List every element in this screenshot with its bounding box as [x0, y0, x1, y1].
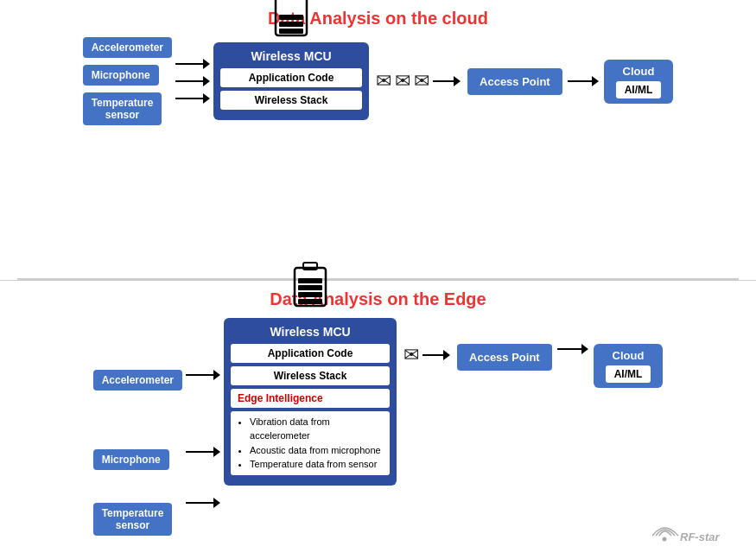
top-arrow-2 — [175, 76, 210, 86]
top-sensor-arrows — [175, 59, 210, 104]
top-wireless-stack: Wireless Stack — [220, 91, 362, 110]
svg-rect-4 — [279, 15, 303, 20]
top-section: Data Analysis on the cloud Accelerometer… — [0, 0, 756, 278]
svg-text:RF-star: RF-star — [680, 530, 720, 543]
envelope-2: ✉ — [395, 70, 410, 92]
bottom-envelope: ✉ — [403, 344, 419, 366]
top-mcu-box: Wireless MCU Application Code Wireless S… — [213, 42, 369, 120]
bottom-edge-list: Vibration data from accelerometer Acoust… — [231, 411, 390, 475]
bottom-section: Data Analysis on the Edge Accelerometer … — [0, 280, 756, 559]
bottom-title: Data Analysis on the Edge — [17, 289, 739, 309]
bottom-envelope-group: ✉ — [403, 344, 450, 366]
top-sensor-row-1: Accelerometer — [83, 37, 172, 58]
main-container: Data Analysis on the cloud Accelerometer… — [0, 0, 756, 559]
svg-rect-3 — [279, 22, 303, 27]
bottom-cloud-label: Cloud — [606, 349, 651, 362]
bottom-sensor-row-2: Microphone — [93, 449, 182, 470]
svg-rect-9 — [298, 285, 322, 290]
bottom-wireless-stack: Wireless Stack — [231, 366, 390, 385]
bottom-cloud-sub: AI/ML — [606, 365, 651, 383]
bottom-sensor-row-1: Accelerometer — [93, 370, 182, 391]
top-app-code: Application Code — [220, 68, 362, 87]
bottom-accelerometer: Accelerometer — [93, 370, 182, 391]
bottom-ap-line — [557, 348, 581, 350]
svg-rect-2 — [279, 29, 303, 34]
top-title: Data Analysis on the cloud — [17, 9, 739, 29]
svg-point-11 — [663, 537, 667, 542]
bottom-battery-icon — [291, 259, 329, 310]
top-cloud-label: Cloud — [616, 65, 662, 78]
top-cloud: Cloud AI/ML — [604, 60, 674, 104]
bottom-mcu-wrapper: Wireless MCU Application Code Wireless S… — [224, 318, 397, 486]
top-ap-arrowhead — [592, 76, 599, 86]
top-temperature: Temperature sensor — [83, 92, 162, 125]
bottom-edge-item-0: Vibration data from accelerometer — [250, 415, 383, 443]
top-microphone: Microphone — [83, 65, 159, 86]
bottom-arrow-2 — [186, 447, 220, 457]
svg-rect-10 — [298, 278, 322, 283]
bottom-edge-item-2: Temperature data from sensor — [250, 457, 383, 472]
svg-rect-7 — [298, 299, 322, 304]
top-ap-cloud-arrow — [568, 76, 599, 86]
top-env-line — [433, 80, 454, 82]
top-envelope-group: ✉ ✉ ✉ — [376, 70, 461, 92]
top-access-point: Access Point — [467, 68, 562, 95]
top-env-arrow — [454, 76, 461, 86]
top-sensor-row-2: Microphone — [83, 65, 172, 86]
bottom-diagram: Accelerometer Microphone Temperature sen… — [17, 318, 739, 536]
bottom-arrow-1 — [186, 370, 220, 380]
svg-rect-8 — [298, 292, 322, 297]
bottom-edge-item-1: Acoustic data from microphone — [250, 443, 383, 458]
top-cloud-sub: AI/ML — [616, 81, 662, 98]
bottom-env-line — [422, 354, 443, 356]
bottom-env-arrow — [443, 350, 450, 360]
bottom-ap-arrowhead — [581, 344, 588, 354]
top-mcu-title: Wireless MCU — [220, 49, 362, 63]
bottom-access-point: Access Point — [457, 344, 552, 371]
bottom-cloud: Cloud AI/ML — [594, 344, 664, 388]
top-arrow-1 — [175, 59, 210, 69]
envelope-1: ✉ — [376, 70, 391, 92]
bottom-microphone: Microphone — [93, 449, 169, 470]
top-sensor-row-3: Temperature sensor — [83, 92, 172, 125]
bottom-app-code: Application Code — [231, 344, 390, 363]
rfstar-logo: RF-star — [652, 522, 739, 552]
top-ap-line — [568, 80, 592, 82]
bottom-arrow-3 — [186, 498, 220, 508]
top-arrow-3 — [175, 93, 210, 104]
bottom-mcu-title: Wireless MCU — [231, 325, 390, 339]
top-accelerometer: Accelerometer — [83, 37, 172, 58]
bottom-sensors-col: Accelerometer Microphone Temperature sen… — [93, 370, 182, 536]
top-diagram: Accelerometer Microphone Temperature sen… — [17, 37, 739, 125]
bottom-sensor-row-3: Temperature sensor — [93, 503, 182, 536]
bottom-edge-title: Edge Intelligence — [231, 389, 390, 408]
bottom-ap-cloud-arrow — [557, 344, 588, 354]
envelope-3: ✉ — [414, 70, 429, 92]
top-mcu-wrapper: Wireless MCU Application Code Wireless S… — [213, 42, 369, 120]
bottom-sensor-arrows — [186, 370, 220, 508]
bottom-mcu-box: Wireless MCU Application Code Wireless S… — [224, 318, 397, 486]
top-battery-icon — [272, 0, 310, 40]
bottom-temperature: Temperature sensor — [93, 503, 173, 536]
top-sensors-col: Accelerometer Microphone Temperature sen… — [83, 37, 172, 125]
